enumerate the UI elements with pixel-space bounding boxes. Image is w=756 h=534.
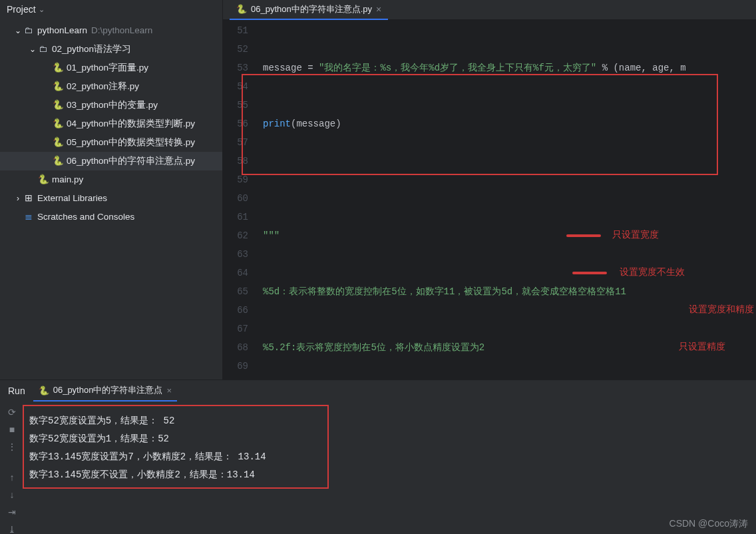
rerun-icon[interactable]: ⟳	[8, 407, 16, 417]
python-icon: 🐍	[52, 152, 64, 170]
annotation-width: 只设置宽度	[612, 225, 659, 244]
annotation-underline	[566, 234, 601, 237]
folder-icon: 🗀	[37, 40, 49, 59]
tree-file[interactable]: 🐍04_python中的数据类型判断.py	[0, 115, 222, 133]
chevron-down-icon: ⌄	[28, 40, 37, 59]
chevron-down-icon: ⌄	[39, 5, 45, 14]
annotation-underline	[572, 272, 607, 274]
tree-file[interactable]: 🐍02_python注释.py	[0, 77, 222, 96]
stop-icon[interactable]: ■	[9, 424, 15, 435]
folder-icon: 🗀	[23, 21, 35, 40]
scratch-icon: ≣	[23, 208, 35, 226]
vdots-icon[interactable]: ⋮	[7, 441, 17, 452]
up-icon[interactable]: ↑	[10, 472, 15, 483]
close-icon[interactable]: ×	[376, 4, 381, 15]
close-icon[interactable]: ×	[166, 386, 172, 396]
run-output[interactable]: 数字52宽度设置为5，结果是： 52 数字52宽度设置为1，结果是：52 数字1…	[24, 401, 756, 534]
tree-file[interactable]: 🐍05_python中的数据类型转换.py	[0, 133, 222, 152]
chevron-down-icon: ⌄	[13, 21, 23, 40]
output-line: 数字52宽度设置为1，结果是：52	[29, 430, 751, 448]
python-icon: 🐍	[236, 4, 247, 14]
run-tab[interactable]: 🐍 06_python中的字符串注意点 ×	[33, 380, 177, 401]
python-icon: 🐍	[52, 115, 64, 133]
tree-file-selected[interactable]: 🐍06_python中的字符串注意点.py	[0, 152, 222, 170]
tree-external[interactable]: ›⊞External Libraries	[0, 189, 222, 208]
tree-root[interactable]: ⌄ 🗀 pythonLearn D:\pythonLearn	[0, 21, 222, 40]
python-icon: 🐍	[52, 133, 64, 152]
python-icon: 🐍	[39, 386, 49, 396]
tree-file[interactable]: 🐍01_python字面量.py	[0, 59, 222, 77]
project-header[interactable]: Project ⌄	[0, 0, 222, 19]
python-icon: 🐍	[52, 59, 64, 77]
project-title: Project	[7, 4, 36, 15]
annotation-precision: 只设置精度	[679, 337, 725, 356]
tree-scratches[interactable]: ≣Scratches and Consoles	[0, 208, 222, 226]
root-label: pythonLearn	[37, 21, 87, 40]
output-line: 数字13.145宽度设置为7，小数精度2，结果是： 13.14	[29, 448, 751, 466]
watermark: CSDN @Coco涛涛	[669, 518, 748, 530]
tree-file[interactable]: 🐍03_python中的变量.py	[0, 96, 222, 115]
output-line: 数字52宽度设置为5，结果是： 52	[29, 412, 751, 430]
run-panel: Run 🐍 06_python中的字符串注意点 × ⟳ ■ ⋮ ↑ ↓ ⇥ ⤓ …	[0, 380, 756, 534]
tree-folder[interactable]: ⌄ 🗀 02_python语法学习	[0, 40, 222, 59]
python-icon: 🐍	[37, 170, 49, 189]
down-icon[interactable]: ↓	[10, 489, 15, 500]
editor-tab[interactable]: 🐍 06_python中的字符串注意点.py ×	[230, 0, 388, 20]
folder-label: 02_python语法学习	[52, 40, 131, 59]
chevron-right-icon: ›	[13, 189, 23, 208]
code-editor[interactable]: 51525354555657585960616263646566676869 m…	[223, 20, 756, 380]
code-content: message = "我的名字是：%s，我今年%d岁了，我全身上下只有%f元，太…	[256, 21, 756, 380]
project-tree: ⌄ 🗀 pythonLearn D:\pythonLearn ⌄ 🗀 02_py…	[0, 19, 222, 229]
annotation-width-noeffect: 设置宽度不生效	[620, 262, 685, 281]
root-path: D:\pythonLearn	[91, 21, 152, 40]
tab-label: 06_python中的字符串注意点.py	[251, 3, 372, 15]
project-sidebar: Project ⌄ ⌄ 🗀 pythonLearn D:\pythonLearn…	[0, 0, 223, 380]
run-label: Run	[8, 386, 25, 396]
library-icon: ⊞	[23, 189, 35, 208]
python-icon: 🐍	[52, 96, 64, 115]
run-header: Run 🐍 06_python中的字符串注意点 ×	[0, 380, 756, 401]
editor-area: 🐍 06_python中的字符串注意点.py × 515253545556575…	[223, 0, 756, 380]
tree-file[interactable]: 🐍main.py	[0, 170, 222, 189]
output-line: 数字13.145宽度不设置，小数精度2，结果是：13.14	[29, 466, 751, 484]
run-side-toolbar: ⟳ ■ ⋮ ↑ ↓ ⇥ ⤓	[0, 401, 24, 534]
python-icon: 🐍	[52, 77, 64, 96]
line-numbers: 51525354555657585960616263646566676869	[223, 21, 256, 380]
editor-tab-bar: 🐍 06_python中的字符串注意点.py ×	[223, 0, 756, 20]
wrap-icon[interactable]: ⇥	[8, 507, 16, 517]
annotation-width-precision: 设置宽度和精度	[689, 300, 754, 318]
scroll-icon[interactable]: ⤓	[8, 524, 16, 534]
